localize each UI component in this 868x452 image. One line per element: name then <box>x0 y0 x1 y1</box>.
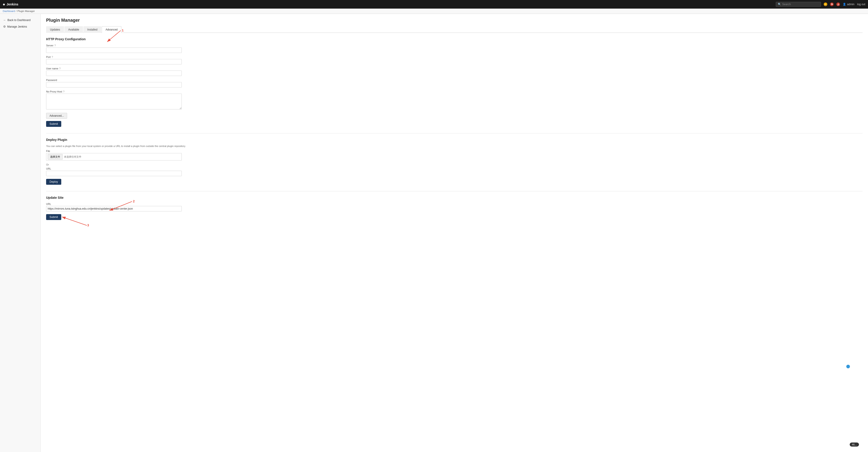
deploy-button[interactable]: Deploy <box>46 179 61 185</box>
tab-installed[interactable]: Installed <box>84 26 101 33</box>
gear-icon: ⚙ <box>3 25 6 28</box>
tabs: Updates Available Installed Advanced <box>46 26 863 33</box>
divider-1 <box>46 133 863 133</box>
file-input-row: 选择文件 未选择任何文件 <box>46 153 182 160</box>
advanced-button[interactable]: Advanced... <box>46 113 67 119</box>
annotation-1-label: 1 <box>122 29 124 32</box>
update-url-group: URL 2 <box>46 203 863 211</box>
password-group: Password <box>46 79 863 88</box>
back-icon: ← <box>3 18 6 22</box>
breadcrumb-current: Plugin Manager <box>18 10 35 12</box>
server-input[interactable] <box>46 48 182 53</box>
update-url-label: URL <box>46 203 863 205</box>
annotation-arrow-2: 2 <box>105 199 136 213</box>
sidebar-label-back: Back to Dashboard <box>7 19 31 22</box>
navbar: ● Jenkins 🔍 🔔 ⚑ ⚠ 👤 admin log out <box>0 0 868 8</box>
svg-line-3 <box>110 202 132 211</box>
sidebar-item-back-to-dashboard[interactable]: ← Back to Dashboard <box>0 17 40 23</box>
sidebar-label-manage: Manage Jenkins <box>7 25 27 28</box>
http-proxy-section: HTTP Proxy Configuration Server ? Port ?… <box>46 37 863 127</box>
loading-indicator <box>846 365 850 368</box>
no-proxy-input[interactable] <box>46 94 182 110</box>
search-icon: 🔍 <box>778 3 781 6</box>
annotation-arrow-3: 3 <box>60 214 91 228</box>
username: admin <box>847 3 855 6</box>
advanced-btn-container: Advanced... <box>46 113 863 119</box>
url-group: URL <box>46 167 863 176</box>
or-label: Or <box>46 163 863 166</box>
deploy-plugin-section: Deploy Plugin You can select a plugin fi… <box>46 138 863 185</box>
update-site-title: Update Site <box>46 196 863 200</box>
divider-2 <box>46 191 863 191</box>
tab-updates[interactable]: Updates <box>46 26 64 33</box>
http-proxy-title: HTTP Proxy Configuration <box>46 37 863 42</box>
navbar-left: ● Jenkins <box>3 2 18 7</box>
user-menu[interactable]: 👤 admin <box>843 3 855 6</box>
username-help-icon[interactable]: ? <box>59 67 61 70</box>
password-label: Password <box>46 79 863 82</box>
port-label: Port ? <box>46 56 863 58</box>
breadcrumb: Dashboard / Plugin Manager <box>0 8 868 14</box>
update-submit-button[interactable]: Submit <box>46 214 61 220</box>
file-name-display: 未选择任何文件 <box>64 155 180 158</box>
port-group: Port ? <box>46 56 863 64</box>
port-help-icon[interactable]: ? <box>52 56 53 58</box>
breadcrumb-dashboard[interactable]: Dashboard <box>3 10 15 12</box>
file-input-wrapper: 选择文件 未选择任何文件 <box>46 153 182 160</box>
main-content: Plugin Manager Updates Available Install… <box>41 14 868 452</box>
navbar-logo-text: Jenkins <box>6 2 18 6</box>
file-choose-button[interactable]: 选择文件 <box>48 154 63 160</box>
warning-notification[interactable]: ⚠ <box>836 2 840 6</box>
deploy-plugin-title: Deploy Plugin <box>46 138 863 143</box>
annotation-arrow-1: 1 <box>100 28 127 47</box>
layout: ← Back to Dashboard ⚙ Manage Jenkins Plu… <box>0 14 868 452</box>
flag-notification[interactable]: ⚑ <box>830 2 834 6</box>
update-submit-container: Submit 3 <box>46 214 863 220</box>
password-input[interactable] <box>46 82 182 88</box>
file-group: File 选择文件 未选择任何文件 <box>46 150 863 160</box>
port-input[interactable] <box>46 59 182 64</box>
widget-label: 46... <box>852 443 857 446</box>
no-proxy-help-icon[interactable]: ? <box>63 90 64 93</box>
server-help-icon[interactable]: ? <box>54 44 56 47</box>
username-group: User name ? <box>46 67 863 76</box>
sidebar-item-manage-jenkins[interactable]: ⚙ Manage Jenkins <box>0 23 40 30</box>
page-title: Plugin Manager <box>46 18 863 23</box>
no-proxy-group: No Proxy Host ? <box>46 90 863 110</box>
navbar-right: 🔍 🔔 ⚑ ⚠ 👤 admin log out <box>776 2 865 7</box>
file-label: File <box>46 150 863 152</box>
deploy-btn-container: Deploy <box>46 179 863 185</box>
user-icon: 👤 <box>843 3 846 6</box>
deploy-plugin-desc: You can select a plugin file from your l… <box>46 145 863 147</box>
logout-link[interactable]: log out <box>857 3 865 6</box>
widget-bottom-right: 46... <box>850 443 859 447</box>
annotation-2-label: 2 <box>133 200 135 203</box>
tab-available[interactable]: Available <box>64 26 83 33</box>
search-input[interactable] <box>782 3 818 6</box>
proxy-submit-button[interactable]: Submit <box>46 121 61 127</box>
annotation-3-label: 3 <box>87 223 89 227</box>
bell-notification[interactable]: 🔔 <box>824 2 827 6</box>
sidebar: ← Back to Dashboard ⚙ Manage Jenkins <box>0 14 41 452</box>
update-site-section: Update Site URL 2 <box>46 196 863 220</box>
username-input[interactable] <box>46 70 182 76</box>
server-label: Server ? <box>46 44 863 47</box>
no-proxy-label: No Proxy Host ? <box>46 90 863 93</box>
url-label: URL <box>46 167 863 170</box>
jenkins-icon: ● <box>3 2 5 7</box>
url-input[interactable] <box>46 171 182 176</box>
jenkins-logo[interactable]: ● Jenkins <box>3 2 18 7</box>
svg-line-5 <box>62 217 87 225</box>
svg-line-1 <box>107 31 121 42</box>
breadcrumb-separator: / <box>16 10 17 12</box>
server-group: Server ? <box>46 44 863 53</box>
proxy-submit-container: Submit <box>46 121 863 127</box>
username-label: User name ? <box>46 67 863 70</box>
search-box[interactable]: 🔍 <box>776 2 821 7</box>
